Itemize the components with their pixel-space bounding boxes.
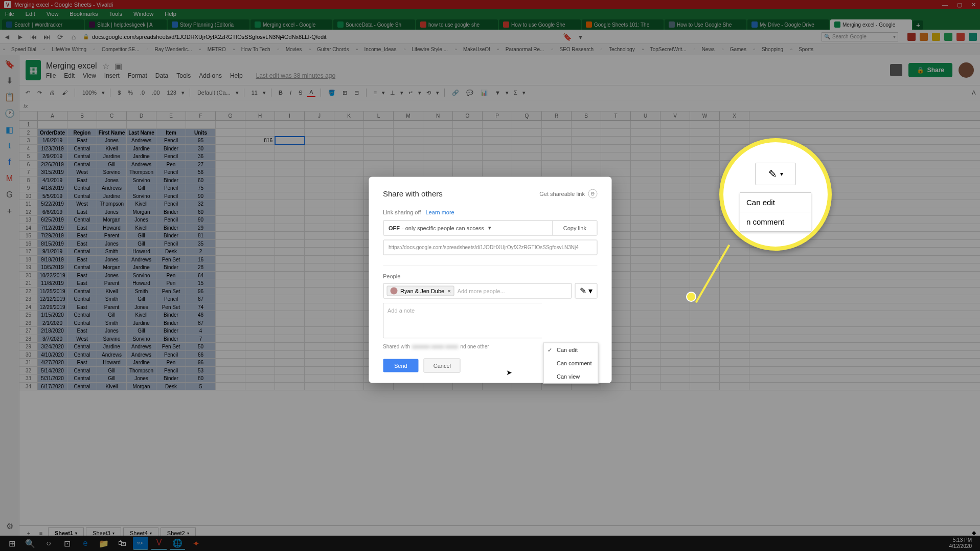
perm-can-edit[interactable]: Can edit [543,343,598,356]
permission-dropdown-menu: Can edit Can comment Can view [543,342,598,383]
cancel-button[interactable]: Cancel [424,358,461,372]
get-link-label: Get shareable link [539,190,585,196]
shared-with-suffix: nd one other [460,343,489,349]
link-icon: ⊖ [588,189,597,198]
note-textarea[interactable]: Add a note [383,302,542,338]
magnified-perm-button: ✎ ▾ [755,163,796,185]
callout-pointer [681,246,732,297]
access-off-label: OFF [389,225,400,231]
shared-with-names: xxxxxxx xxxxx xxxxx [412,343,459,349]
chip-remove-icon[interactable]: × [447,288,450,294]
access-desc: - only specific people can access [402,225,484,231]
people-label: People [383,273,597,279]
permission-dropdown-button[interactable]: ✎ ▾ [575,283,597,298]
person-chip[interactable]: Ryan & Jen Dube × [386,285,454,296]
link-access-dropdown[interactable]: OFF - only specific people can access ▾ [383,225,553,231]
shared-with-label: Shared with [383,343,410,349]
send-button[interactable]: Send [383,359,419,372]
get-shareable-link-button[interactable]: Get shareable link ⊖ [539,189,597,198]
add-more-placeholder: Add more people... [458,288,505,294]
link-sharing-status: Link sharing off [383,209,421,215]
people-input[interactable]: Ryan & Jen Dube × Add more people... [383,283,572,298]
learn-more-link[interactable]: Learn more [425,209,454,215]
share-url-field[interactable]: https://docs.google.com/spreadsheets/d/1… [383,239,597,255]
share-dialog: Share with others Get shareable link ⊖ L… [369,177,611,383]
copy-link-button[interactable]: Copy link [553,221,597,235]
magnifier-callout: ✎ ▾ Can edit n comment [719,138,832,251]
magnified-can-comment: n comment [740,212,811,231]
perm-can-comment[interactable]: Can comment [543,356,598,369]
chip-avatar-icon [390,287,397,294]
chip-name: Ryan & Jen Dube [400,288,444,294]
pencil-icon: ✎ [768,168,777,180]
pencil-icon: ✎ [580,286,586,296]
cursor-icon: ➤ [506,368,512,377]
magnified-can-edit: Can edit [740,193,811,212]
perm-can-view[interactable]: Can view [543,369,598,383]
